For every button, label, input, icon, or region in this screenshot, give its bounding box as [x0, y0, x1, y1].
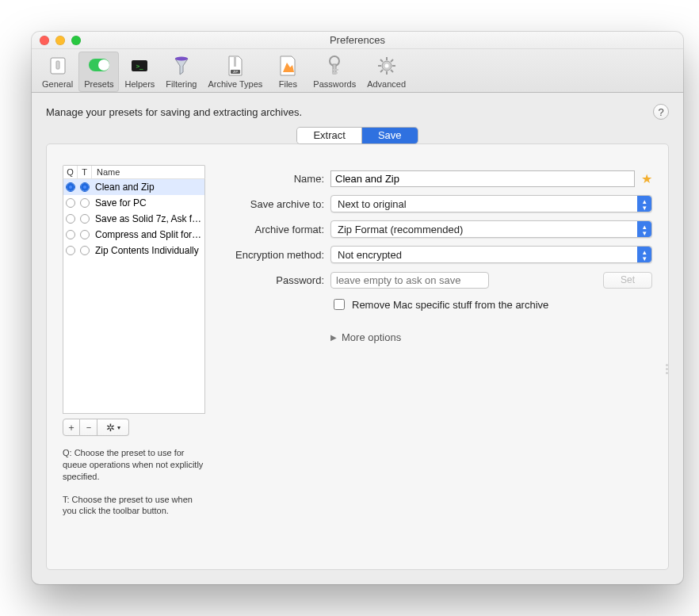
advanced-icon — [375, 54, 399, 78]
q-radio[interactable] — [66, 198, 75, 208]
t-radio[interactable] — [80, 198, 90, 208]
plus-icon: ＋ — [67, 421, 76, 434]
svg-line-21 — [391, 59, 393, 62]
add-preset-button[interactable]: ＋ — [63, 419, 80, 436]
tab-passwords[interactable]: Passwords — [307, 52, 361, 92]
t-radio[interactable] — [80, 230, 90, 239]
remove-mac-checkbox[interactable] — [334, 299, 345, 310]
select-value: Next to original — [338, 198, 407, 210]
preset-row[interactable]: Zip Contents Individually — [63, 243, 204, 258]
remove-mac-label: Remove Mac specific stuff from the archi… — [352, 299, 548, 311]
prefs-toolbar: General Presets >_ Helpers Filtering ZIP… — [32, 49, 683, 93]
files-icon — [276, 54, 300, 78]
q-radio[interactable] — [66, 214, 75, 224]
updown-icon: ▴▾ — [640, 224, 648, 236]
preset-row[interactable]: Clean and Zip — [63, 179, 204, 195]
updown-icon: ▴▾ — [640, 198, 648, 211]
drag-handle[interactable] — [666, 357, 669, 381]
more-options-label: More options — [342, 331, 401, 343]
tab-files[interactable]: Files — [268, 52, 307, 92]
preset-actions-menu[interactable]: ✲ ▾ — [97, 419, 129, 436]
t-radio[interactable] — [80, 182, 90, 192]
toolbar-label: Archive Types — [208, 79, 262, 89]
window-title: Preferences — [32, 34, 683, 46]
toolbar-label: Helpers — [124, 79, 155, 89]
name-input[interactable] — [330, 170, 635, 187]
toolbar-label: General — [42, 79, 73, 89]
list-actions: ＋ － ✲ ▾ — [63, 419, 205, 436]
hint-t: T: Choose the preset to use when you cli… — [63, 494, 205, 518]
close-window-button[interactable] — [40, 36, 49, 45]
more-options-disclosure[interactable]: ▶ More options — [330, 331, 652, 343]
select-value: Not encrypted — [338, 249, 402, 261]
preset-name: Save as Solid 7z, Ask fo… — [92, 213, 204, 224]
q-radio[interactable] — [66, 246, 75, 255]
t-radio[interactable] — [80, 214, 90, 224]
zoom-window-button[interactable] — [71, 36, 81, 45]
passwords-icon — [323, 54, 346, 78]
toolbar-label: Passwords — [313, 79, 356, 89]
preset-name: Save for PC — [92, 197, 204, 209]
svg-rect-13 — [333, 72, 338, 74]
toolbar-label: Advanced — [367, 79, 406, 89]
set-password-button[interactable]: Set — [603, 272, 652, 289]
presets-panel: Q T Name Clean and Zip Save for PC — [46, 143, 669, 570]
tab-helpers[interactable]: >_ Helpers — [119, 52, 160, 92]
svg-rect-7 — [234, 57, 236, 67]
encryption-select[interactable]: Not encrypted ▴▾ — [330, 246, 652, 263]
preset-row[interactable]: Compress and Split for… — [63, 227, 204, 243]
tab-presets[interactable]: Presets — [78, 52, 119, 92]
format-label: Archive format: — [227, 224, 330, 235]
segment-save[interactable]: Save — [362, 128, 418, 143]
svg-line-22 — [380, 70, 383, 72]
save-to-select[interactable]: Next to original ▴▾ — [330, 195, 652, 212]
svg-line-20 — [391, 70, 393, 72]
gear-icon: ✲ — [106, 422, 115, 434]
disclosure-triangle-icon: ▶ — [330, 333, 337, 342]
svg-point-23 — [384, 64, 388, 68]
hint-q: Q: Choose the preset to use for queue op… — [63, 447, 205, 483]
minus-icon: － — [84, 421, 94, 434]
tab-archive-types[interactable]: ZIP Archive Types — [202, 52, 268, 92]
archive-format-select[interactable]: Zip Format (recommended) ▴▾ — [330, 220, 652, 238]
svg-rect-1 — [56, 61, 59, 69]
mode-segmented: Extract Save — [297, 128, 417, 143]
preset-list[interactable]: Clean and Zip Save for PC Save as Solid … — [63, 179, 205, 414]
q-radio[interactable] — [66, 182, 75, 192]
toolbar-label: Filtering — [166, 79, 197, 89]
encryption-label: Encryption method: — [227, 249, 330, 261]
preset-list-header: Q T Name — [63, 165, 205, 179]
col-t[interactable]: T — [78, 166, 92, 178]
segment-extract[interactable]: Extract — [297, 128, 361, 143]
name-label: Name: — [227, 173, 330, 185]
tab-advanced[interactable]: Advanced — [361, 52, 411, 92]
password-label: Password: — [227, 274, 330, 286]
favorite-star-icon[interactable]: ★ — [641, 171, 652, 186]
general-icon — [46, 54, 70, 78]
page-description: Manage your presets for saving and extra… — [46, 106, 302, 118]
svg-rect-12 — [333, 69, 338, 71]
preset-name: Compress and Split for… — [92, 229, 204, 240]
t-radio[interactable] — [80, 246, 90, 255]
help-button[interactable]: ? — [653, 104, 669, 120]
remove-preset-button[interactable]: － — [80, 419, 97, 436]
svg-point-3 — [98, 59, 109, 71]
col-q[interactable]: Q — [63, 166, 78, 178]
col-name[interactable]: Name — [92, 166, 204, 178]
updown-icon: ▴▾ — [640, 249, 648, 262]
tab-general[interactable]: General — [36, 52, 78, 92]
preset-row[interactable]: Save as Solid 7z, Ask fo… — [63, 211, 204, 227]
preset-name: Clean and Zip — [92, 182, 204, 193]
password-input[interactable] — [330, 272, 489, 289]
preset-row[interactable]: Save for PC — [63, 195, 204, 211]
archive-types-icon: ZIP — [223, 54, 247, 78]
toolbar-label: Presets — [84, 79, 113, 89]
toolbar-label: Files — [279, 79, 297, 89]
tab-filtering[interactable]: Filtering — [160, 52, 202, 92]
presets-icon — [87, 54, 111, 78]
save-to-label: Save archive to: — [227, 198, 330, 210]
svg-text:>_: >_ — [136, 63, 144, 70]
svg-text:ZIP: ZIP — [233, 70, 239, 74]
q-radio[interactable] — [66, 230, 75, 239]
minimize-window-button[interactable] — [55, 36, 65, 45]
